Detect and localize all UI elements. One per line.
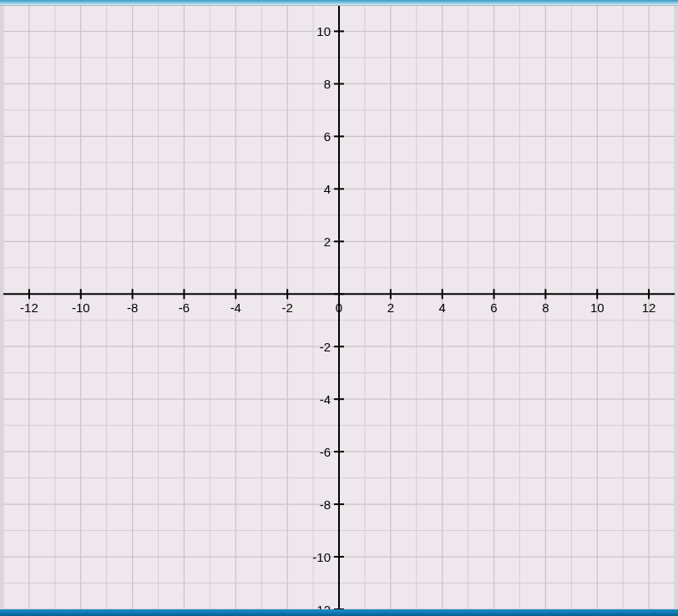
window-bottom-edge [0, 609, 678, 616]
x-tick-label: 4 [439, 300, 446, 315]
x-tick-label: -10 [72, 300, 90, 315]
y-tick-label: -2 [320, 340, 331, 354]
x-tick-label: 10 [590, 300, 605, 315]
y-tick-label: 6 [324, 129, 331, 144]
y-tick-label: 2 [324, 235, 331, 249]
x-tick-label: 12 [642, 300, 656, 315]
window-right-edge [675, 0, 678, 616]
y-tick-label: -10 [312, 550, 331, 564]
y-tick-label: 4 [324, 182, 331, 196]
y-tick-label: -12 [312, 603, 331, 610]
x-tick-label: 8 [542, 300, 549, 315]
x-tick-label: -8 [127, 300, 138, 315]
y-tick-label: 8 [324, 77, 331, 91]
x-tick-label: 0 [336, 300, 342, 315]
x-tick-label: 2 [387, 300, 394, 315]
x-tick-label: -4 [230, 300, 241, 315]
x-tick-label: -6 [179, 300, 190, 315]
x-tick-label: -12 [20, 300, 38, 315]
window-left-edge [0, 0, 3, 616]
window-top-edge [0, 0, 678, 6]
x-tick-label: 6 [490, 300, 497, 315]
y-tick-label: -8 [320, 497, 331, 512]
y-tick-label: -4 [320, 392, 331, 406]
coordinate-plane[interactable]: -12-10-8-6-4-2024681012-12-10-8-6-4-2246… [3, 5, 675, 609]
y-tick-label: 10 [316, 24, 331, 38]
app-frame: -12-10-8-6-4-2024681012-12-10-8-6-4-2246… [0, 0, 678, 616]
x-tick-label: -2 [281, 300, 292, 315]
y-tick-label: -6 [320, 445, 331, 459]
